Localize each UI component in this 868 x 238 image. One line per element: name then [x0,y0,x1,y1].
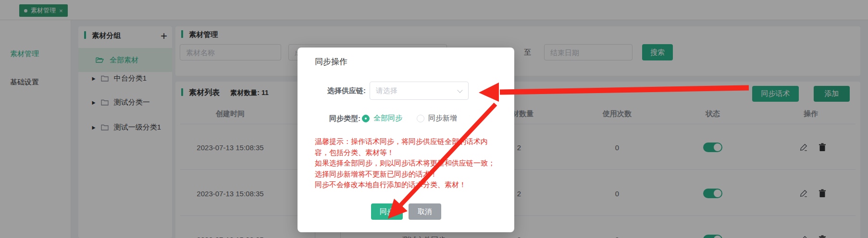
radio-sync-new[interactable]: 同步新增 [417,114,457,123]
supply-chain-select[interactable]: 请选择 [370,82,469,100]
sync-dialog: 同步操作 选择供应链: 请选择 同步类型: 全部同步 同步新增 温馨提示：操作话… [298,48,514,232]
sync-type-label: 同步类型: [310,114,360,123]
warning-line: 如果选择全部同步，则以同步话术将更新和供应链一致；选择同步新增将不更新已同步的话… [315,158,499,179]
confirm-label: 同步 [380,207,394,216]
warning-text: 温馨提示：操作话术同步，将同步供应链全部的话术内容，包括分类、素材等！ 如果选择… [315,136,499,190]
warning-line: 同步不会修改本地自行添加的话术分类、素材！ [315,179,499,190]
chevron-down-icon [457,87,462,93]
select-placeholder: 请选择 [376,86,397,95]
radio-label: 全部同步 [373,114,402,123]
radio-sync-all[interactable]: 全部同步 [362,114,402,123]
confirm-sync-button[interactable]: 同步 [371,203,403,220]
radio-label: 同步新增 [428,114,457,123]
radio-selected-icon [362,115,370,122]
cancel-label: 取消 [418,207,432,216]
supply-chain-label: 选择供应链: [315,86,366,95]
cancel-button[interactable]: 取消 [409,203,441,220]
warning-line: 温馨提示：操作话术同步，将同步供应链全部的话术内容，包括分类、素材等！ [315,136,499,158]
radio-unselected-icon [417,115,424,122]
dialog-title: 同步操作 [315,56,347,67]
